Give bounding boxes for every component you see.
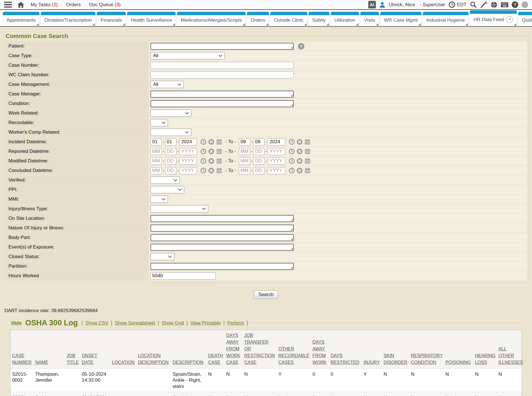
time-picker-icon[interactable]	[200, 148, 206, 155]
verified-select[interactable]	[151, 176, 180, 184]
sort-link[interactable]: ALL OTHER ILLNESSES	[499, 346, 523, 365]
sort-link[interactable]: DAYS RESTRICTED	[331, 353, 359, 365]
view-printable-link[interactable]: View Printable	[190, 320, 221, 326]
clear-date-icon[interactable]	[297, 158, 303, 164]
nav-doc-queue[interactable]: Doc Queue (3)	[89, 2, 121, 8]
ai-badge[interactable]: AI	[368, 1, 376, 8]
work-related-select[interactable]	[151, 109, 191, 117]
sort-link[interactable]: JOB TITLE	[67, 353, 79, 365]
time-picker-icon[interactable]	[289, 158, 295, 164]
search-button[interactable]: Search	[254, 290, 279, 299]
mmi-select[interactable]	[151, 196, 168, 203]
tab-utilization[interactable]: Utilization	[331, 12, 359, 26]
tab-outside-clinic[interactable]: Outside Clinic	[270, 12, 307, 26]
incident-datetime-to-yyyy-input[interactable]	[268, 138, 285, 146]
time-picker-icon[interactable]	[289, 148, 295, 155]
clear-date-icon[interactable]	[208, 139, 214, 145]
time-picker-icon[interactable]	[200, 167, 206, 174]
sort-link[interactable]: POISONING	[445, 360, 471, 365]
tab-appointments[interactable]: Appointments	[3, 12, 39, 26]
calendar-icon[interactable]	[304, 139, 311, 145]
show-spreadsheet-link[interactable]: Show Spreadsheet	[115, 320, 155, 326]
reported-datetime-from-yyyy-input[interactable]	[179, 148, 197, 155]
wand-icon[interactable]	[480, 1, 487, 8]
tab-dictation-transcription[interactable]: Dictation/Transcription	[41, 12, 96, 26]
sort-link[interactable]: LOCATION DESCRIPTION	[138, 353, 169, 365]
table-row[interactable]: S2024-0002Smith, Theodore09-01-2024Crush…	[10, 392, 522, 396]
nav-orders[interactable]: Orders	[66, 2, 81, 8]
perform-link[interactable]: Perform	[227, 320, 244, 326]
time-picker-icon[interactable]	[289, 139, 295, 145]
clear-date-icon[interactable]	[297, 167, 303, 174]
modified-datetime-to-dd-input[interactable]	[253, 158, 264, 165]
patient-input[interactable]	[151, 43, 294, 50]
case-manager-input[interactable]	[151, 91, 294, 98]
incident-datetime-to-mm-input[interactable]	[239, 138, 250, 146]
home-icon[interactable]	[17, 1, 24, 8]
calendar-icon[interactable]	[216, 167, 222, 174]
calendar-icon[interactable]	[304, 158, 311, 164]
search-icon[interactable]	[470, 1, 477, 8]
tab-orders[interactable]: Orders	[247, 12, 269, 26]
clock-icon[interactable]	[449, 1, 455, 8]
sort-link[interactable]: JOB TRANSFER OR RESTRICTION CASE	[244, 333, 275, 365]
sort-link[interactable]: SKIN DISORDER	[384, 353, 407, 365]
hours-worked-input[interactable]	[151, 272, 216, 279]
clear-date-icon[interactable]	[208, 148, 214, 155]
worker-s-comp-related-select[interactable]	[151, 129, 191, 136]
case-management-select[interactable]: All	[151, 81, 184, 88]
nature-of-injury-or-illness-input[interactable]	[151, 225, 294, 232]
calendar-icon[interactable]	[216, 139, 222, 145]
help-icon[interactable]: ?	[512, 1, 518, 8]
closed-status-select[interactable]	[151, 253, 174, 260]
clear-date-icon[interactable]	[208, 158, 214, 164]
reported-datetime-to-mm-input[interactable]	[239, 148, 250, 155]
table-row[interactable]: S2015-0002Thompson, Jennifer05-10-2024 1…	[10, 369, 522, 392]
concluded-datetime-from-yyyy-input[interactable]	[179, 167, 197, 174]
condition-input[interactable]	[151, 100, 294, 107]
keyboard-icon[interactable]	[501, 2, 508, 8]
calendar-icon[interactable]	[216, 158, 222, 164]
calendar-icon[interactable]	[216, 148, 222, 155]
user-name[interactable]: Uhrick, Alice	[389, 2, 415, 8]
tab-quality-of-care[interactable]: Quality of Care	[518, 12, 532, 26]
tab-health-surveillance[interactable]: Health Surveillance	[127, 12, 176, 26]
hamburger-menu-icon[interactable]	[4, 2, 12, 8]
calendar-icon[interactable]	[304, 148, 311, 155]
case-number-input[interactable]	[151, 62, 294, 69]
sort-link[interactable]: LOCATION	[112, 360, 135, 365]
clear-date-icon[interactable]	[208, 167, 214, 174]
show-csv-link[interactable]: Show CSV	[85, 320, 108, 326]
wc-claim-number-input[interactable]	[151, 71, 294, 79]
sort-link[interactable]: DEATH CASE	[208, 353, 223, 365]
time-picker-icon[interactable]	[200, 139, 206, 145]
case-type-select[interactable]: All	[151, 52, 225, 59]
concluded-datetime-from-dd-input[interactable]	[165, 167, 176, 174]
sort-link[interactable]: ONSET DATE	[82, 353, 97, 365]
hide-link[interactable]: Hide	[11, 320, 22, 326]
reported-datetime-to-yyyy-input[interactable]	[268, 148, 285, 155]
sort-link[interactable]: RESPIRATORY CONDITION	[411, 353, 443, 365]
globe-icon[interactable]	[491, 1, 497, 8]
incident-datetime-to-dd-input[interactable]	[253, 138, 264, 146]
show-grid-link[interactable]: Show Grid	[161, 320, 184, 326]
event-s-of-exposure-input[interactable]	[151, 244, 294, 251]
reported-datetime-to-dd-input[interactable]	[253, 148, 264, 155]
external-link-icon[interactable]	[506, 16, 513, 23]
tab-wr-case-mgmt[interactable]: WR Case Mgmt	[380, 12, 421, 26]
modified-datetime-from-mm-input[interactable]	[151, 158, 162, 165]
tab-medications-allergies-scripts[interactable]: Medications/Allergies/Scripts	[177, 12, 245, 26]
concluded-datetime-to-yyyy-input[interactable]	[268, 167, 285, 174]
tab-hr-data-feed[interactable]: HR Data Feed	[470, 10, 517, 26]
time-picker-icon[interactable]	[200, 158, 206, 164]
concluded-datetime-to-mm-input[interactable]	[239, 167, 250, 174]
sort-link[interactable]: DAYS AWAY FROM WORK CASE	[226, 333, 240, 365]
modified-datetime-to-mm-input[interactable]	[239, 158, 250, 165]
concluded-datetime-to-dd-input[interactable]	[253, 167, 264, 174]
time-picker-icon[interactable]	[289, 167, 295, 174]
clear-date-icon[interactable]	[297, 139, 303, 145]
clear-date-icon[interactable]	[297, 148, 303, 155]
tab-safety[interactable]: Safety	[309, 12, 329, 26]
recordable-select[interactable]	[151, 119, 168, 126]
sort-link[interactable]: CASE NUMBER	[12, 353, 32, 365]
